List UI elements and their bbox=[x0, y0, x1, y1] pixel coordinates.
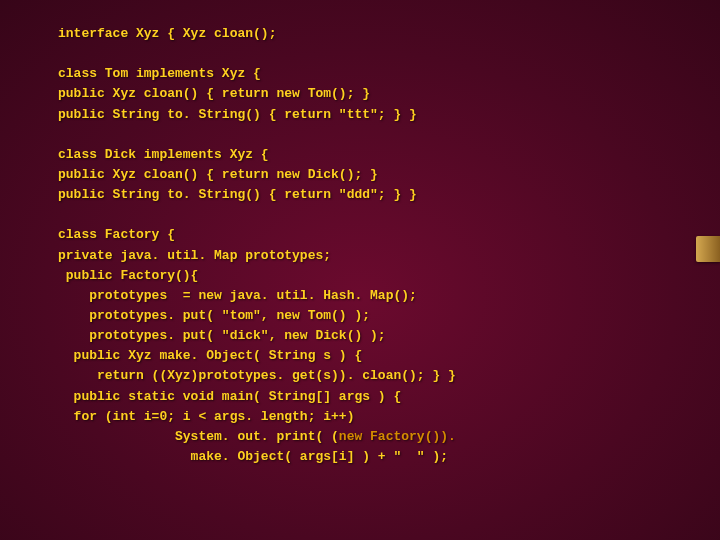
code-line: prototypes. put( "tom", new Tom() ); bbox=[58, 308, 370, 323]
code-line: public String to. String() { return "ttt… bbox=[58, 107, 417, 122]
code-line: class Dick implements Xyz { bbox=[58, 147, 269, 162]
code-line: public static void main( String[] args )… bbox=[58, 389, 401, 404]
code-line: for (int i=0; i < args. length; i++) bbox=[58, 409, 354, 424]
code-line: make. Object( args[i] ) + " " ); bbox=[58, 449, 448, 464]
code-line: private java. util. Map prototypes; bbox=[58, 248, 331, 263]
code-line: prototypes. put( "dick", new Dick() ); bbox=[58, 328, 386, 343]
code-line: interface Xyz { Xyz cloan(); bbox=[58, 26, 276, 41]
code-line: prototypes = new java. util. Hash. Map()… bbox=[58, 288, 417, 303]
code-line: public String to. String() { return "ddd… bbox=[58, 187, 417, 202]
code-line: public Xyz cloan() { return new Dick(); … bbox=[58, 167, 378, 182]
code-line: public Xyz make. Object( String s ) { bbox=[58, 348, 362, 363]
code-line: public Xyz cloan() { return new Tom(); } bbox=[58, 86, 370, 101]
code-block: interface Xyz { Xyz cloan(); class Tom i… bbox=[58, 24, 720, 467]
code-line: return ((Xyz)prototypes. get(s)). cloan(… bbox=[58, 368, 456, 383]
code-line: class Tom implements Xyz { bbox=[58, 66, 261, 81]
code-slide: interface Xyz { Xyz cloan(); class Tom i… bbox=[0, 0, 720, 467]
bookmark-icon bbox=[696, 236, 720, 262]
code-line: public Factory(){ bbox=[58, 268, 198, 283]
code-line: class Factory { bbox=[58, 227, 175, 242]
code-line-20: System. out. print( (new Factory()). bbox=[58, 429, 456, 444]
highlight-new-factory: new Factory()). bbox=[339, 429, 456, 444]
